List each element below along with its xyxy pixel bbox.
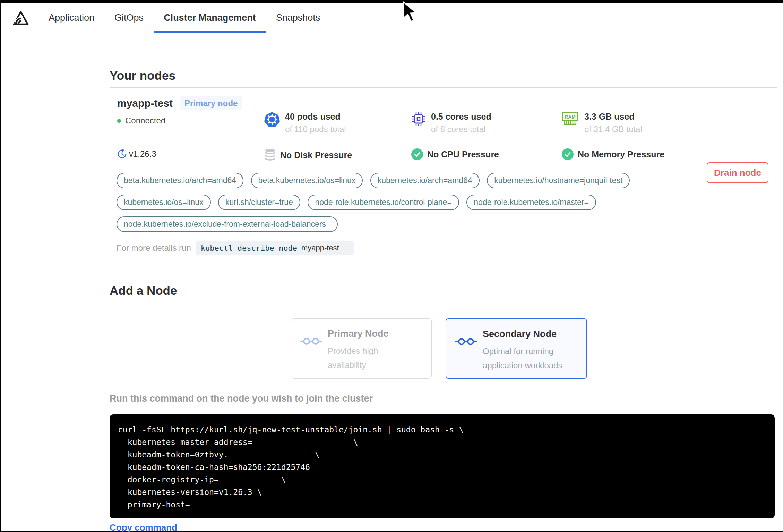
secondary-node-option-title: Secondary Node (483, 329, 557, 340)
mouse-cursor (403, 1, 419, 24)
screen-edge-top (0, 0, 783, 3)
join-command-line: kubeadm-token-ca-hash=sha256:221d25746 (118, 461, 766, 473)
secondary-node-option-description: Optimal for running application workload… (483, 344, 576, 372)
node-name: myapp-test (117, 97, 173, 109)
copy-command-link[interactable]: Copy command (110, 522, 177, 532)
kubectl-command-text: kubectl describe node (201, 244, 297, 252)
node-version: v1.26.3 (117, 148, 156, 160)
node-label-pill: beta.kubernetes.io/os=linux (251, 173, 363, 188)
check-icon (411, 148, 423, 160)
tab-application[interactable]: Application (38, 3, 104, 33)
nav-tabs: Application GitOps Cluster Management Sn… (38, 3, 330, 33)
tab-cluster-management[interactable]: Cluster Management (154, 3, 266, 33)
primary-node-option-description: Provides high availability (328, 344, 404, 372)
section-divider (110, 307, 777, 307)
join-command-line: curl -fsSL https://kurl.sh/jq-new-test-u… (118, 423, 766, 436)
node-label-pill: kubernetes.io/os=linux (117, 195, 211, 210)
details-hint-label: For more details run (117, 243, 191, 253)
cpu-pressure-condition: No CPU Pressure (411, 148, 499, 160)
memory-pressure-label: No Memory Pressure (578, 149, 664, 160)
memory-pressure-condition: No Memory Pressure (562, 148, 664, 160)
node-label-pill: node-role.kubernetes.io/control-plane= (308, 195, 459, 210)
check-icon (562, 148, 574, 160)
secondary-node-option-card[interactable]: Secondary Node Optimal for running appli… (446, 318, 587, 379)
primary-node-option-title: Primary Node (328, 328, 389, 339)
details-hint-row: For more details run kubectl describe no… (117, 241, 354, 255)
section-divider (110, 87, 777, 88)
node-label-pill: node.kubernetes.io/exclude-from-external… (117, 216, 338, 232)
replicated-logo-icon (10, 9, 29, 28)
version-update-icon (117, 148, 128, 160)
add-node-title: Add a Node (110, 284, 177, 298)
ram-icon: RAM (562, 112, 579, 126)
join-command-block: curl -fsSL https://kurl.sh/jq-new-test-u… (110, 414, 775, 518)
join-command-line: docker-registry-ip= \ (118, 473, 766, 486)
top-nav: Application GitOps Cluster Management Sn… (1, 3, 783, 33)
memory-total-value: of 31.4 GB total (584, 125, 642, 134)
join-instruction-label: Run this command on the node you wish to… (110, 393, 373, 404)
primary-node-badge: Primary node (180, 96, 242, 110)
node-status: Connected (117, 116, 165, 126)
tab-gitops[interactable]: GitOps (104, 3, 154, 33)
primary-node-option-card[interactable]: Primary Node Provides high availability (291, 318, 432, 379)
cpu-pressure-label: No CPU Pressure (427, 149, 499, 160)
connected-dot-icon (117, 119, 121, 123)
linked-nodes-icon (300, 337, 322, 346)
disk-pressure-condition: No Disk Pressure (264, 148, 352, 162)
join-command-line: kubeadm-token=0ztbvy. \ (118, 448, 766, 461)
drain-node-button[interactable]: Drain node (707, 162, 768, 183)
memory-used-value: 3.3 GB used (584, 112, 642, 122)
cpu-icon (411, 112, 426, 126)
kubernetes-icon (264, 112, 280, 127)
memory-stat: RAM 3.3 GB used of 31.4 GB total (562, 112, 642, 134)
disk-icon (264, 148, 276, 162)
pods-stat: 40 pods used of 110 pods total (264, 112, 346, 134)
disk-pressure-label: No Disk Pressure (280, 150, 352, 160)
node-label-pill: beta.kubernetes.io/arch=amd64 (117, 173, 243, 188)
node-labels: beta.kubernetes.io/arch=amd64 beta.kuber… (117, 173, 671, 238)
describe-node-command: kubectl describe node myapp-test (196, 241, 354, 255)
cores-total-value: of 8 cores total (431, 125, 491, 134)
cluster-management-page: Application GitOps Cluster Management Sn… (0, 0, 783, 532)
tab-snapshots[interactable]: Snapshots (266, 3, 330, 33)
node-label-pill: kubernetes.io/arch=amd64 (370, 173, 480, 188)
join-command-line: kubernetes-master-address= \ (118, 436, 766, 448)
pods-total-value: of 110 pods total (285, 125, 346, 134)
pods-used-value: 40 pods used (285, 112, 346, 122)
your-nodes-title: Your nodes (110, 69, 175, 83)
join-command-line: primary-host= (118, 498, 766, 511)
cores-stat: 0.5 cores used of 8 cores total (411, 112, 491, 134)
node-label-pill: kubernetes.io/hostname=jonquil-test (487, 173, 630, 188)
linked-nodes-icon (455, 337, 477, 346)
join-command-line: kubernetes-version=v1.26.3 \ (118, 486, 766, 498)
cores-used-value: 0.5 cores used (431, 112, 491, 122)
status-label: Connected (125, 116, 165, 126)
node-label-pill: kurl.sh/cluster=true (218, 195, 300, 210)
screen-edge-left (0, 0, 1, 532)
svg-text:RAM: RAM (565, 114, 576, 120)
node-header: myapp-test Primary node (117, 96, 242, 110)
kubectl-command-node: myapp-test (301, 243, 339, 252)
node-label-pill: node-role.kubernetes.io/master= (466, 195, 596, 210)
version-label: v1.26.3 (129, 149, 156, 159)
